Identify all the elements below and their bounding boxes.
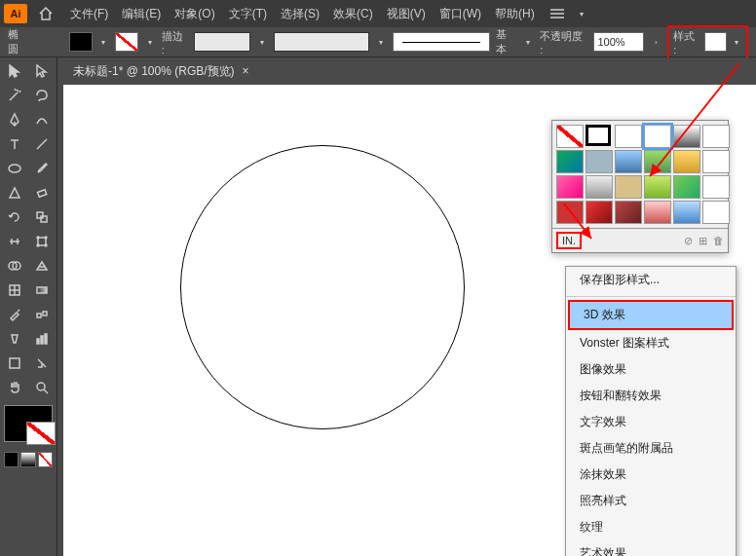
artboard-tool[interactable] — [2, 352, 27, 375]
style-thumb[interactable] — [702, 175, 730, 199]
eyedropper-tool[interactable] — [2, 303, 27, 326]
style-thumb[interactable] — [586, 175, 613, 199]
style-thumb[interactable] — [702, 125, 730, 148]
ellipse-tool[interactable] — [2, 157, 27, 180]
close-icon[interactable]: × — [243, 64, 249, 78]
cm-illuminate[interactable]: 照亮样式 — [566, 488, 736, 514]
style-thumb[interactable] — [673, 175, 700, 199]
lasso-tool[interactable] — [29, 84, 55, 107]
mode-color-icon[interactable] — [4, 452, 19, 467]
cm-image-effects[interactable]: 图像效果 — [566, 356, 736, 383]
width-tool[interactable] — [2, 230, 27, 253]
style-thumb-selected[interactable] — [644, 125, 671, 148]
menu-select[interactable]: 选择(S) — [275, 2, 325, 26]
variable-width-input[interactable] — [274, 32, 369, 52]
magic-wand-tool[interactable] — [2, 84, 27, 107]
style-thumb[interactable] — [615, 175, 642, 199]
menu-file[interactable]: 文件(F) — [64, 2, 114, 26]
cm-buttons[interactable]: 按钮和翻转效果 — [566, 383, 736, 409]
document-tab[interactable]: 未标题-1* @ 100% (RGB/预览) × — [65, 59, 257, 84]
rotate-tool[interactable] — [2, 205, 27, 229]
workspace-switcher-icon[interactable] — [550, 6, 574, 21]
style-thumb[interactable] — [556, 175, 584, 199]
stroke-weight-input[interactable] — [194, 32, 250, 52]
chevron-down-icon[interactable]: ▾ — [375, 33, 387, 51]
mesh-tool[interactable] — [2, 278, 27, 302]
chevron-down-icon[interactable]: ▾ — [522, 33, 534, 51]
menu-edit[interactable]: 编辑(E) — [116, 2, 167, 26]
home-icon[interactable] — [35, 3, 57, 24]
chevron-down-icon[interactable]: ▾ — [731, 33, 742, 51]
chevron-right-icon[interactable]: › — [650, 33, 662, 51]
direct-selection-tool[interactable] — [29, 59, 55, 83]
type-tool[interactable] — [2, 132, 27, 156]
brush-definition[interactable] — [393, 32, 490, 52]
cm-save-style[interactable]: 保存图形样式... — [566, 267, 736, 293]
shaper-tool[interactable] — [2, 181, 27, 204]
new-style-icon[interactable]: ⊞ — [699, 235, 707, 247]
chevron-down-icon[interactable]: ▾ — [576, 5, 587, 22]
menu-window[interactable]: 窗口(W) — [434, 2, 487, 26]
break-link-icon[interactable]: ⊘ — [684, 235, 693, 247]
cm-blob-brush[interactable]: 斑点画笔的附属品 — [566, 435, 736, 462]
cm-vonster[interactable]: Vonster 图案样式 — [566, 330, 736, 356]
trash-icon[interactable]: 🗑 — [713, 235, 724, 247]
line-tool[interactable] — [29, 132, 55, 156]
mode-none-icon[interactable] — [38, 452, 53, 467]
symbol-sprayer-tool[interactable] — [2, 327, 27, 351]
menu-effect[interactable]: 效果(C) — [327, 2, 379, 26]
chevron-down-icon[interactable]: ▾ — [144, 33, 156, 51]
curvature-tool[interactable] — [29, 108, 55, 131]
blend-tool[interactable] — [29, 303, 55, 326]
cm-3d-effects[interactable]: 3D 效果 — [568, 300, 734, 330]
perspective-tool[interactable] — [29, 254, 55, 278]
fill-swatch[interactable] — [69, 32, 93, 52]
cm-artistic[interactable]: 艺术效果 — [566, 540, 736, 556]
style-thumb[interactable] — [644, 175, 671, 199]
color-picker[interactable] — [0, 401, 57, 471]
cm-scribble[interactable]: 涂抹效果 — [566, 462, 736, 488]
free-transform-tool[interactable] — [29, 230, 55, 253]
style-thumb[interactable] — [586, 150, 613, 173]
style-thumb[interactable] — [673, 201, 700, 224]
fill-color-swatch[interactable] — [4, 405, 53, 442]
style-thumb[interactable] — [586, 125, 611, 146]
eraser-tool[interactable] — [29, 181, 55, 204]
style-thumb[interactable] — [644, 150, 671, 173]
chevron-down-icon[interactable]: ▾ — [256, 33, 268, 51]
column-graph-tool[interactable] — [29, 327, 55, 351]
menu-object[interactable]: 对象(O) — [169, 2, 220, 26]
style-thumb[interactable] — [615, 150, 642, 173]
selection-tool[interactable] — [2, 59, 27, 83]
mode-gradient-icon[interactable] — [20, 452, 35, 467]
slice-tool[interactable] — [29, 352, 55, 375]
style-thumb[interactable] — [702, 201, 730, 224]
style-swatch[interactable] — [704, 32, 728, 52]
paintbrush-tool[interactable] — [29, 157, 55, 180]
cm-text-effects[interactable]: 文字效果 — [566, 409, 736, 435]
stroke-color-swatch[interactable] — [26, 422, 56, 445]
menu-help[interactable]: 帮助(H) — [489, 2, 541, 26]
gradient-tool[interactable] — [29, 278, 55, 302]
style-thumb[interactable] — [702, 150, 730, 173]
pen-tool[interactable] — [2, 108, 27, 131]
shape-builder-tool[interactable] — [2, 254, 27, 278]
stroke-swatch[interactable] — [115, 32, 138, 52]
hand-tool[interactable] — [2, 376, 27, 399]
style-thumb[interactable] — [673, 125, 700, 148]
scale-tool[interactable] — [29, 205, 55, 229]
style-thumb[interactable] — [556, 125, 584, 148]
ellipse-shape[interactable] — [180, 145, 465, 429]
opacity-input[interactable] — [593, 32, 644, 52]
menu-view[interactable]: 视图(V) — [381, 2, 432, 26]
style-thumb[interactable] — [615, 201, 642, 224]
cm-texture[interactable]: 纹理 — [566, 514, 736, 540]
menu-text[interactable]: 文字(T) — [223, 2, 273, 26]
style-thumb[interactable] — [673, 150, 700, 173]
chevron-down-icon[interactable]: ▾ — [98, 33, 110, 51]
zoom-tool[interactable] — [29, 376, 55, 399]
style-thumb[interactable] — [586, 201, 613, 224]
style-thumb[interactable] — [644, 201, 671, 224]
style-thumb[interactable] — [556, 201, 584, 224]
style-thumb[interactable] — [556, 150, 584, 173]
